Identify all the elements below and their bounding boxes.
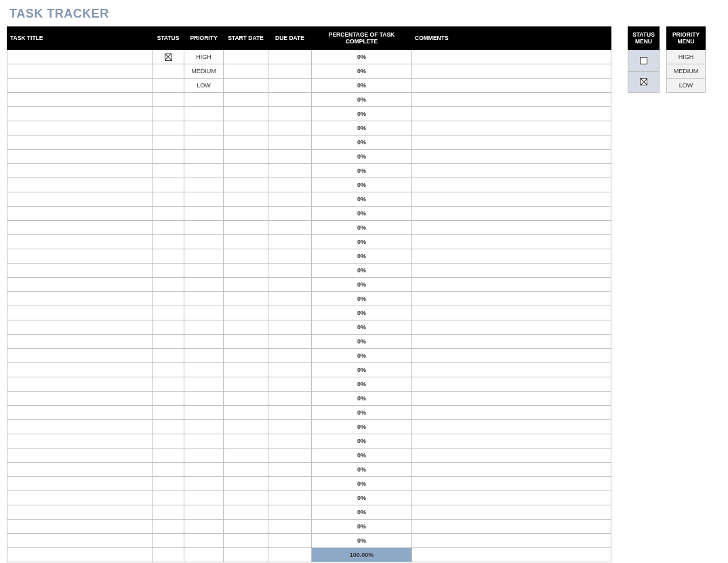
cell-due-date[interactable] <box>268 221 312 235</box>
cell-task-title[interactable] <box>7 363 153 377</box>
cell-start-date[interactable] <box>224 164 268 178</box>
checkbox-icon[interactable] <box>165 54 172 61</box>
cell-comments[interactable] <box>412 50 611 64</box>
cell-due-date[interactable] <box>268 377 312 392</box>
cell-pct[interactable]: 0% <box>312 520 412 534</box>
cell-due-date[interactable] <box>268 178 312 192</box>
cell-due-date[interactable] <box>268 164 312 178</box>
cell-task-title[interactable] <box>7 434 153 449</box>
cell-start-date[interactable] <box>224 264 268 278</box>
cell-start-date[interactable] <box>224 121 268 135</box>
cell-start-date[interactable] <box>224 320 268 335</box>
cell-priority[interactable] <box>184 406 224 420</box>
priority-menu-item[interactable]: MEDIUM <box>667 64 706 79</box>
cell-task-title[interactable] <box>7 178 153 192</box>
cell-status[interactable] <box>153 491 184 505</box>
cell-start-date[interactable] <box>224 292 268 306</box>
cell-comments[interactable] <box>412 449 611 463</box>
cell-start-date[interactable] <box>224 150 268 164</box>
cell-start-date[interactable] <box>224 178 268 192</box>
cell-due-date[interactable] <box>268 463 312 477</box>
cell-task-title[interactable] <box>7 192 153 207</box>
cell-task-title[interactable] <box>7 150 153 164</box>
cell-pct[interactable]: 0% <box>312 477 412 491</box>
cell-priority[interactable] <box>184 463 224 477</box>
cell-task-title[interactable] <box>7 505 153 520</box>
checkbox-icon[interactable] <box>640 78 647 85</box>
cell-status[interactable] <box>153 135 184 150</box>
cell-comments[interactable] <box>412 221 611 235</box>
cell-priority[interactable] <box>184 434 224 449</box>
cell-comments[interactable] <box>412 121 611 135</box>
cell-priority[interactable] <box>184 150 224 164</box>
cell-task-title[interactable] <box>7 64 153 79</box>
cell-pct[interactable]: 0% <box>312 434 412 449</box>
cell-pct[interactable]: 0% <box>312 534 412 548</box>
cell-due-date[interactable] <box>268 349 312 363</box>
cell-pct[interactable]: 0% <box>312 463 412 477</box>
cell-pct[interactable]: 0% <box>312 306 412 320</box>
cell-status[interactable] <box>153 249 184 264</box>
cell-status[interactable] <box>153 306 184 320</box>
cell-start-date[interactable] <box>224 107 268 121</box>
cell-status[interactable] <box>153 264 184 278</box>
cell-task-title[interactable] <box>7 249 153 264</box>
cell-status[interactable] <box>153 449 184 463</box>
cell-priority[interactable] <box>184 207 224 221</box>
cell-pct[interactable]: 0% <box>312 249 412 264</box>
cell-task-title[interactable] <box>7 520 153 534</box>
cell-status[interactable] <box>153 121 184 135</box>
cell-due-date[interactable] <box>268 278 312 292</box>
cell-comments[interactable] <box>412 164 611 178</box>
cell-status[interactable] <box>153 406 184 420</box>
cell-comments[interactable] <box>412 349 611 363</box>
cell-due-date[interactable] <box>268 50 312 64</box>
cell-task-title[interactable] <box>7 292 153 306</box>
cell-priority[interactable] <box>184 491 224 505</box>
cell-priority[interactable] <box>184 178 224 192</box>
cell-due-date[interactable] <box>268 520 312 534</box>
cell-pct[interactable]: 0% <box>312 449 412 463</box>
cell-comments[interactable] <box>412 377 611 392</box>
cell-priority[interactable] <box>184 264 224 278</box>
cell-pct[interactable]: 0% <box>312 79 412 93</box>
cell-task-title[interactable] <box>7 392 153 406</box>
cell-status[interactable] <box>153 520 184 534</box>
cell-comments[interactable] <box>412 207 611 221</box>
cell-priority[interactable] <box>184 320 224 335</box>
cell-due-date[interactable] <box>268 420 312 434</box>
cell-comments[interactable] <box>412 477 611 491</box>
cell-task-title[interactable] <box>7 306 153 320</box>
status-menu-item[interactable] <box>628 50 660 72</box>
cell-start-date[interactable] <box>224 491 268 505</box>
cell-start-date[interactable] <box>224 79 268 93</box>
status-menu-item[interactable] <box>628 71 660 93</box>
cell-priority[interactable] <box>184 135 224 150</box>
cell-start-date[interactable] <box>224 534 268 548</box>
cell-priority[interactable] <box>184 534 224 548</box>
cell-priority[interactable] <box>184 363 224 377</box>
cell-priority[interactable] <box>184 349 224 363</box>
cell-comments[interactable] <box>412 534 611 548</box>
cell-pct[interactable]: 0% <box>312 363 412 377</box>
cell-due-date[interactable] <box>268 264 312 278</box>
cell-comments[interactable] <box>412 79 611 93</box>
cell-priority[interactable] <box>184 278 224 292</box>
cell-status[interactable] <box>153 164 184 178</box>
cell-task-title[interactable] <box>7 235 153 249</box>
cell-start-date[interactable] <box>224 520 268 534</box>
cell-task-title[interactable] <box>7 534 153 548</box>
cell-task-title[interactable] <box>7 264 153 278</box>
cell-comments[interactable] <box>412 363 611 377</box>
cell-due-date[interactable] <box>268 135 312 150</box>
cell-due-date[interactable] <box>268 64 312 79</box>
cell-task-title[interactable] <box>7 320 153 335</box>
cell-start-date[interactable] <box>224 221 268 235</box>
cell-start-date[interactable] <box>224 306 268 320</box>
cell-pct[interactable]: 0% <box>312 292 412 306</box>
cell-status[interactable] <box>153 93 184 107</box>
cell-pct[interactable]: 0% <box>312 278 412 292</box>
cell-pct[interactable]: 0% <box>312 406 412 420</box>
cell-due-date[interactable] <box>268 434 312 449</box>
cell-priority[interactable] <box>184 477 224 491</box>
